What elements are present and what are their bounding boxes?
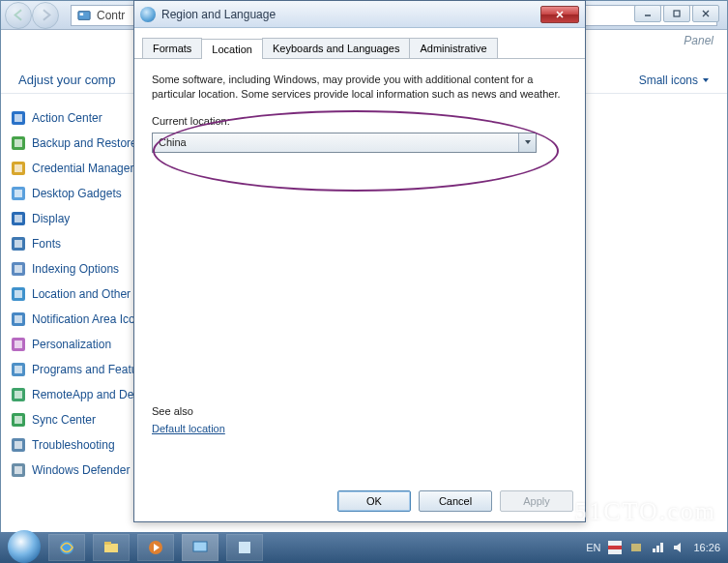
back-button[interactable] [5,2,32,29]
svg-rect-3 [674,11,680,16]
svg-rect-35 [15,466,22,474]
window-close-button[interactable] [692,5,719,22]
cp-item-label: Location and Other [32,287,131,301]
dialog-titlebar: Region and Language [134,1,585,28]
svg-rect-19 [15,265,22,273]
taskbar-media-icon[interactable] [137,534,174,561]
svg-rect-33 [15,441,22,449]
system-tray: EN 16:26 [586,541,720,554]
cp-item-icon [11,437,26,453]
svg-rect-49 [660,543,663,552]
cp-item-label: Desktop Gadgets [32,187,122,200]
cp-item-label: Programs and Featu [32,363,137,376]
ok-button[interactable]: OK [337,490,411,512]
globe-icon [140,7,156,22]
cp-item-icon [11,337,26,352]
cp-item-icon [11,412,26,428]
taskbar-ie-icon[interactable] [48,534,85,561]
svg-rect-13 [15,190,22,197]
cp-item-icon [11,161,26,176]
cp-item-label: Fonts [32,237,61,251]
tab-content-location: Some software, including Windows, may pr… [134,59,585,475]
page-title: Adjust your comp [18,73,115,87]
clock[interactable]: 16:26 [693,542,720,553]
cp-item-label: Indexing Options [32,262,119,276]
view-by-dropdown[interactable]: Small icons [639,74,710,87]
taskbar-app-icon[interactable] [226,534,263,561]
maximize-button[interactable] [663,5,690,22]
chevron-down-icon [524,138,532,146]
volume-icon[interactable] [672,541,685,554]
cp-item-icon [11,211,26,226]
cp-item-label: Notification Area Ico [32,312,135,326]
cp-item-icon [11,286,26,302]
dialog-close-button[interactable] [540,6,579,23]
current-location-dropdown[interactable]: China [152,133,537,153]
cp-item-label: RemoteApp and Des [32,388,139,401]
truncated-panel-label: Panel [684,34,713,47]
cp-item-label: Windows Defender [32,463,130,477]
svg-rect-47 [653,548,655,552]
cp-item-icon [11,236,26,252]
svg-rect-15 [15,215,22,222]
cp-item-icon [11,135,26,151]
cp-item-label: Credential Manager [32,162,133,175]
current-location-value: China [159,136,187,148]
tab-keyboards-and-languages[interactable]: Keyboards and Languages [262,38,411,58]
cp-item-label: Sync Center [32,413,96,427]
svg-rect-21 [15,290,22,298]
svg-rect-31 [15,416,22,424]
taskbar: EN 16:26 [0,532,728,563]
cp-item-label: Backup and Restore [32,136,137,150]
forward-button[interactable] [32,2,59,29]
svg-rect-39 [104,544,118,552]
cancel-button[interactable]: Cancel [419,490,492,512]
cp-item-icon [11,362,26,377]
cp-item-icon [11,110,26,126]
tab-administrative[interactable]: Administrative [409,38,497,58]
taskbar-active-app[interactable] [182,534,218,561]
view-by-value: Small icons [639,74,698,87]
address-text1: Contr [97,9,125,22]
see-also-label: See also [152,405,225,417]
cp-item-icon [11,186,26,201]
tab-strip: FormatsLocationKeyboards and LanguagesAd… [134,28,585,59]
svg-rect-40 [104,542,111,545]
taskbar-explorer-icon[interactable] [93,534,130,561]
dialog-buttons: OK Cancel Apply [337,490,573,512]
cp-item-label: Troubleshooting [32,438,115,452]
svg-rect-9 [15,139,22,147]
control-panel-icon [77,9,91,22]
default-location-link[interactable]: Default location [152,423,225,434]
svg-rect-27 [15,366,22,373]
cp-item-label: Display [32,212,70,225]
dropdown-button[interactable] [518,133,536,152]
current-location-label: Current location: [152,115,568,127]
flag-icon[interactable] [608,541,622,554]
language-indicator[interactable]: EN [586,542,600,553]
minimize-button[interactable] [634,5,661,22]
svg-rect-48 [656,546,659,552]
svg-rect-1 [80,13,84,15]
apply-button[interactable]: Apply [500,490,573,512]
tab-formats[interactable]: Formats [142,38,202,58]
cp-item-icon [11,311,26,327]
cp-item-label: Action Center [32,111,102,125]
location-description: Some software, including Windows, may pr… [152,73,568,102]
region-language-dialog: Region and Language FormatsLocationKeybo… [133,0,586,522]
svg-rect-25 [15,341,22,348]
see-also-section: See also Default location [152,405,225,434]
cp-item-icon [11,387,26,402]
svg-rect-43 [239,542,250,553]
tray-icon[interactable] [629,541,643,554]
chevron-down-icon [702,76,710,84]
network-icon[interactable] [651,541,664,554]
svg-rect-23 [15,315,22,323]
start-button[interactable] [8,530,41,563]
cp-item-icon [11,261,26,277]
svg-rect-11 [15,164,22,172]
svg-rect-29 [15,391,22,399]
tab-location[interactable]: Location [201,39,263,59]
window-chrome-buttons [634,5,719,22]
svg-rect-42 [193,542,207,551]
